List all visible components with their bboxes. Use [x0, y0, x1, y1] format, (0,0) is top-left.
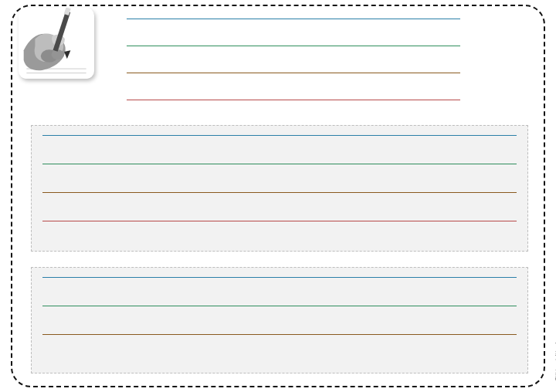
practice-box-2	[31, 267, 528, 373]
worksheet-frame	[11, 5, 545, 387]
rule-line	[127, 100, 460, 100]
rule-line	[42, 135, 517, 136]
rule-line	[42, 277, 517, 278]
model-ruling	[127, 19, 460, 102]
rule-line	[127, 73, 460, 73]
rule-line	[42, 306, 517, 306]
rule-line	[42, 221, 517, 221]
rule-line	[127, 46, 460, 46]
rule-line	[42, 164, 517, 164]
rule-line	[127, 19, 460, 19]
rule-line	[42, 192, 517, 193]
rule-line	[42, 334, 517, 335]
practice-box-1	[31, 125, 528, 252]
hand-writing-icon	[19, 8, 94, 79]
